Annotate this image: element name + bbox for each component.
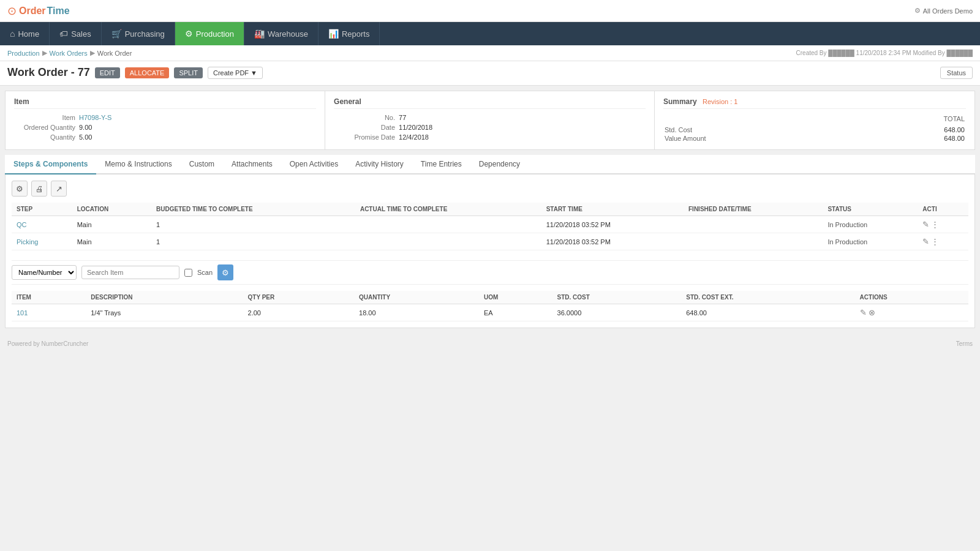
terms-link[interactable]: Terms xyxy=(956,340,973,347)
filter-gear-btn[interactable]: ⚙ xyxy=(217,264,233,280)
item-row: Item H7098-Y-S xyxy=(14,114,316,121)
scan-checkbox[interactable] xyxy=(184,269,192,277)
steps-table: STEP LOCATION BUDGETED TIME TO COMPLETE … xyxy=(12,203,968,250)
comp-qty-per-101: 2.00 xyxy=(243,304,354,321)
step-qc-status: In Production xyxy=(823,216,918,233)
filter-select[interactable]: Name/Number xyxy=(12,265,77,280)
ordered-qty-row: Ordered Quantity 9.00 xyxy=(14,124,316,131)
step-qc-actions: ✎ ⋮ xyxy=(918,216,968,233)
tab-steps-components[interactable]: Steps & Components xyxy=(5,155,96,174)
step-qc-start: 11/20/2018 03:52 PM xyxy=(541,216,684,233)
summary-panel-title: Summary Revision : 1 xyxy=(663,97,966,109)
top-right-area: ⚙ All Orders Demo xyxy=(914,7,973,15)
general-panel: General No. 77 Date 11/20/2018 Promise D… xyxy=(325,91,655,149)
edit-comp-101-icon[interactable]: ✎ xyxy=(860,308,867,317)
export-icon-btn[interactable]: ↗ xyxy=(51,181,67,197)
edit-step-picking-icon[interactable]: ✎ xyxy=(922,237,929,246)
general-panel-title: General xyxy=(334,97,646,109)
step-qc-location: Main xyxy=(72,216,151,233)
nav-item-reports[interactable]: 📊 Reports xyxy=(318,22,380,45)
item-value[interactable]: H7098-Y-S xyxy=(79,114,111,121)
settings-icon-btn[interactable]: ⚙ xyxy=(12,181,28,197)
no-row: No. 77 xyxy=(334,114,646,121)
reports-icon: 📊 xyxy=(328,29,339,39)
nav-item-home[interactable]: ⌂ Home xyxy=(0,22,50,45)
promise-date-label: Promise Date xyxy=(334,133,395,141)
summary-col-total: TOTAL xyxy=(864,115,965,125)
step-qc-actual xyxy=(355,216,541,233)
table-row: QC Main 1 11/20/2018 03:52 PM In Product… xyxy=(12,216,968,233)
quantity-value: 5.00 xyxy=(79,133,92,141)
breadcrumb-production[interactable]: Production xyxy=(7,50,40,57)
date-label: Date xyxy=(334,124,395,131)
comp-col-uom: UOM xyxy=(479,291,552,304)
table-row: Picking Main 1 11/20/2018 03:52 PM In Pr… xyxy=(12,233,968,250)
tab-attachments[interactable]: Attachments xyxy=(223,155,281,174)
breadcrumb-work-orders[interactable]: Work Orders xyxy=(50,50,88,57)
promise-date-row: Promise Date 12/4/2018 xyxy=(334,133,646,141)
logo: ⊙ Order Time xyxy=(7,4,70,18)
comp-col-item: ITEM xyxy=(12,291,86,304)
step-picking-budgeted: 1 xyxy=(151,233,355,250)
comp-actions-101: ✎ ⊗ xyxy=(855,304,968,321)
filter-row: Name/Number Scan ⚙ xyxy=(12,260,968,285)
item-panel: Item Item H7098-Y-S Ordered Quantity 9.0… xyxy=(6,91,325,149)
nav-bar: ⌂ Home 🏷 Sales 🛒 Purchasing ⚙ Production… xyxy=(0,22,980,45)
comp-col-std-cost-ext: STD. COST EXT. xyxy=(681,291,854,304)
nav-label-reports: Reports xyxy=(342,29,370,39)
steps-col-actual: ACTUAL TIME TO COMPLETE xyxy=(355,203,541,216)
breadcrumb-work-order: Work Order xyxy=(97,50,132,57)
nav-item-production[interactable]: ⚙ Production xyxy=(175,22,244,45)
create-pdf-button[interactable]: Create PDF ▼ xyxy=(208,67,263,79)
comp-col-actions: ACTIONS xyxy=(855,291,968,304)
more-step-picking-icon[interactable]: ⋮ xyxy=(931,237,939,246)
summary-std-cost-row: Std. Cost 648.00 xyxy=(665,126,965,133)
info-panels: Item Item H7098-Y-S Ordered Quantity 9.0… xyxy=(5,91,975,150)
pdf-dropdown-icon[interactable]: ▼ xyxy=(251,69,257,77)
ordered-qty-label: Ordered Quantity xyxy=(14,124,75,131)
steps-col-start: START TIME xyxy=(541,203,684,216)
logo-time: Time xyxy=(47,6,70,17)
components-table: ITEM DESCRIPTION QTY PER QUANTITY UOM ST… xyxy=(12,291,968,321)
tab-activity-history[interactable]: Activity History xyxy=(347,155,412,174)
nav-label-warehouse: Warehouse xyxy=(268,29,308,39)
top-right-label: All Orders Demo xyxy=(923,7,973,15)
tab-time-entries[interactable]: Time Entries xyxy=(412,155,470,174)
nav-label-production: Production xyxy=(196,29,234,39)
comp-quantity-101: 18.00 xyxy=(354,304,479,321)
status-button[interactable]: Status xyxy=(940,67,973,79)
comp-item-101[interactable]: 101 xyxy=(12,304,86,321)
steps-col-step: STEP xyxy=(12,203,72,216)
delete-comp-101-icon[interactable]: ⊗ xyxy=(869,308,875,317)
print-icon-btn[interactable]: 🖨 xyxy=(31,181,47,197)
tab-dependency[interactable]: Dependency xyxy=(470,155,529,174)
edit-step-qc-icon[interactable]: ✎ xyxy=(922,220,929,229)
breadcrumb-meta: Created By ██████ 11/20/2018 2:34 PM Mod… xyxy=(796,50,973,56)
steps-col-status: STATUS xyxy=(823,203,918,216)
step-picking-actions: ✎ ⋮ xyxy=(918,233,968,250)
comp-uom-101: EA xyxy=(479,304,552,321)
nav-item-sales[interactable]: 🏷 Sales xyxy=(50,22,102,45)
home-icon: ⌂ xyxy=(10,29,15,39)
tab-custom[interactable]: Custom xyxy=(181,155,223,174)
nav-item-purchasing[interactable]: 🛒 Purchasing xyxy=(102,22,175,45)
tab-memo-instructions[interactable]: Memo & Instructions xyxy=(96,155,180,174)
nav-item-warehouse[interactable]: 🏭 Warehouse xyxy=(244,22,318,45)
summary-panel: Summary Revision : 1 TOTAL Std. Cost 648… xyxy=(655,91,974,149)
step-picking[interactable]: Picking xyxy=(12,233,72,250)
nav-label-home: Home xyxy=(18,29,39,39)
breadcrumb: Production ▶ Work Orders ▶ Work Order xyxy=(7,49,132,57)
comp-col-std-cost: STD. COST xyxy=(552,291,682,304)
gear-icon[interactable]: ⚙ xyxy=(914,7,921,15)
tabs-bar: Steps & Components Memo & Instructions C… xyxy=(5,155,975,174)
footer: Powered by NumberCruncher Terms xyxy=(0,335,980,352)
step-qc[interactable]: QC xyxy=(12,216,72,233)
allocate-button[interactable]: ALLOCATE xyxy=(125,67,170,78)
summary-table: TOTAL Std. Cost 648.00 Value Amount 648.… xyxy=(663,114,966,143)
logo-order: Order xyxy=(19,6,46,17)
more-step-qc-icon[interactable]: ⋮ xyxy=(931,220,939,229)
search-input[interactable] xyxy=(81,266,179,279)
tab-open-activities[interactable]: Open Activities xyxy=(281,155,347,174)
edit-button[interactable]: EDIT xyxy=(95,67,120,78)
split-button[interactable]: SPLIT xyxy=(174,67,203,78)
